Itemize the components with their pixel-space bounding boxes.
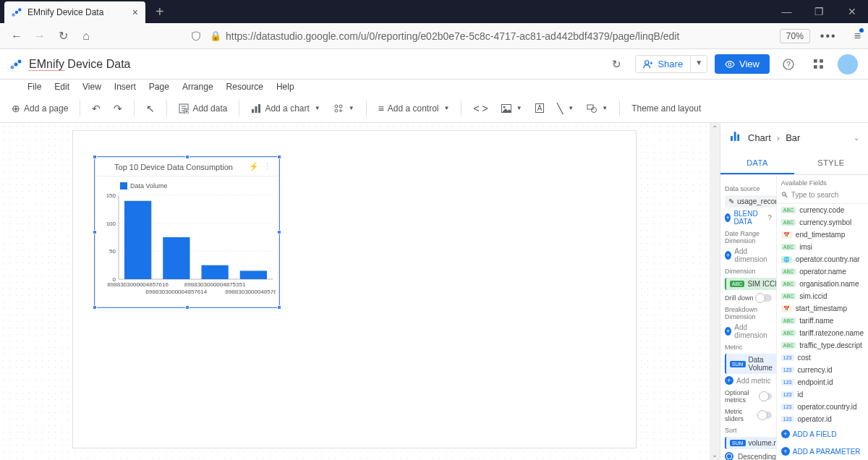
shape-button[interactable]: ▼	[582, 101, 612, 116]
field-row[interactable]: ABCcurrency.code	[777, 204, 868, 216]
field-name: start_timestamp	[796, 304, 847, 312]
menu-help[interactable]: Help	[276, 82, 294, 92]
pencil-icon: ✎	[728, 197, 734, 205]
menu-bar: File Edit View Insert Page Arrange Resou…	[0, 80, 868, 94]
chart-card[interactable]: Top 10 Device Data Consumption ⚡ ⋮ Data …	[95, 157, 279, 307]
back-button[interactable]: ←	[7, 27, 26, 46]
menu-resource[interactable]: Resource	[226, 82, 263, 92]
close-icon[interactable]: ×	[132, 7, 138, 18]
share-dropdown[interactable]: ▼	[691, 55, 707, 73]
field-row[interactable]: 123endpoint.id	[777, 376, 868, 388]
optional-metrics-toggle[interactable]: Optional metrics	[725, 389, 772, 404]
menu-view[interactable]: View	[82, 82, 101, 92]
field-row[interactable]: 123operator.id	[777, 413, 868, 425]
menu-page[interactable]: Page	[149, 82, 169, 92]
svg-rect-17	[255, 106, 258, 113]
home-button[interactable]: ⌂	[77, 27, 95, 46]
menu-file[interactable]: File	[27, 82, 41, 92]
share-button[interactable]: Share	[635, 55, 691, 73]
url-embed-button[interactable]: < >	[469, 100, 492, 117]
menu-edit[interactable]: Edit	[54, 82, 69, 92]
new-tab-button[interactable]: +	[156, 4, 164, 20]
zoom-level[interactable]: 70%	[780, 29, 810, 43]
shield-icon[interactable]	[187, 27, 205, 46]
page-actions-icon[interactable]: •••	[820, 30, 837, 43]
line-button[interactable]: ╲▼	[553, 100, 578, 117]
add-field-link[interactable]: + ADD A FIELD	[777, 427, 868, 441]
field-row[interactable]: 123cost	[777, 352, 868, 364]
svg-rect-38	[201, 265, 228, 279]
add-page-button[interactable]: ⊕ Add a page	[7, 100, 72, 117]
add-date-dimension[interactable]: + Add dimension	[725, 247, 772, 263]
field-row[interactable]: ABCorganisation.name	[777, 278, 868, 290]
field-row[interactable]: ABCoperator.name	[777, 265, 868, 278]
minimize-button[interactable]: —	[770, 0, 803, 23]
field-row[interactable]: ABCimsi	[777, 241, 868, 253]
refresh-data-button[interactable]: ↻	[605, 53, 628, 76]
field-row[interactable]: ABCsim.iccid	[777, 290, 868, 302]
redo-button[interactable]: ↷	[109, 100, 127, 117]
page-title[interactable]: EMnify Device Data	[29, 58, 131, 71]
field-type-badge: ABC	[781, 293, 796, 299]
menu-arrange[interactable]: Arrange	[182, 82, 213, 92]
community-viz-button[interactable]: ▼	[329, 101, 359, 116]
field-row[interactable]: 123operator.country.id	[777, 401, 868, 413]
field-row[interactable]: ABCtariff.ratezone.name	[777, 327, 868, 339]
blend-data-link[interactable]: + BLEND DATA ?	[725, 210, 772, 226]
browser-tab[interactable]: EMnify Device Data ×	[4, 1, 145, 23]
text-button[interactable]: A	[531, 101, 549, 116]
sort-descending[interactable]: Descending	[725, 452, 772, 460]
add-control-button[interactable]: ≡ Add a control ▼	[374, 100, 454, 117]
field-row[interactable]: 123currency.id	[777, 364, 868, 376]
apps-grid-icon[interactable]	[807, 53, 830, 76]
field-type-badge: 🌐	[781, 256, 792, 263]
add-chart-button[interactable]: Add a chart ▼	[247, 101, 324, 116]
lock-icon[interactable]: 🔒	[210, 30, 221, 41]
bolt-icon[interactable]: ⚡	[249, 162, 259, 171]
tab-style[interactable]: STYLE	[794, 153, 868, 174]
dimension-chip[interactable]: ABC SIM ICCID	[725, 278, 777, 290]
field-row[interactable]: 123id	[777, 388, 868, 401]
add-metric[interactable]: + Add metric	[725, 376, 772, 385]
theme-layout-button[interactable]: Theme and layout	[627, 101, 705, 116]
drill-down-toggle[interactable]: Drill down	[725, 294, 772, 302]
sort-chip[interactable]: SUM volume.rx	[725, 437, 777, 449]
svg-rect-45	[734, 132, 736, 141]
canvas-scrollbar[interactable]: ⌃ ⌄	[710, 123, 720, 460]
field-row[interactable]: ABCtariff.name	[777, 315, 868, 327]
tab-title: EMnify Device Data	[27, 7, 132, 17]
field-row[interactable]: 📅end_timestamp	[777, 229, 868, 241]
url-display[interactable]: https://datastudio.google.com/u/0/report…	[226, 30, 679, 43]
tab-data[interactable]: DATA	[720, 153, 794, 174]
menu-insert[interactable]: Insert	[114, 82, 136, 92]
svg-point-0	[12, 13, 14, 16]
more-icon[interactable]: ⋮	[263, 162, 271, 171]
metric-sliders-toggle[interactable]: Metric sliders	[725, 408, 772, 422]
field-row[interactable]: 🌐operator.country.nar	[777, 253, 868, 265]
data-source-chip[interactable]: ✎ usage_records	[725, 195, 777, 208]
field-row[interactable]: 📅start_timestamp	[777, 302, 868, 315]
field-name: operator.name	[799, 268, 846, 276]
metric-chip[interactable]: SUM Data Volume	[725, 354, 777, 374]
field-row[interactable]: ABCcurrency.symbol	[777, 216, 868, 229]
canvas[interactable]: Top 10 Device Data Consumption ⚡ ⋮ Data …	[0, 123, 710, 460]
svg-point-4	[14, 62, 18, 66]
fields-search[interactable]: 🔍︎ Type to search	[777, 187, 868, 204]
field-row[interactable]: ABCtraffic_type.descript	[777, 339, 868, 352]
app-menu-button[interactable]: ≡	[854, 30, 861, 43]
avatar[interactable]	[838, 54, 858, 74]
field-name: id	[798, 391, 804, 399]
add-data-button[interactable]: Add data	[174, 101, 231, 116]
chevron-down-icon[interactable]: ⌄	[854, 134, 859, 142]
close-button[interactable]: ✕	[835, 0, 868, 23]
datastudio-favicon-icon	[12, 7, 22, 17]
add-parameter-link[interactable]: + ADD A PARAMETER	[777, 444, 868, 459]
help-button[interactable]: ?	[777, 53, 800, 76]
reload-button[interactable]: ↻	[54, 27, 72, 46]
undo-button[interactable]: ↶	[88, 100, 105, 117]
maximize-button[interactable]: ❐	[803, 0, 835, 23]
view-button[interactable]: View	[715, 54, 770, 74]
image-button[interactable]: ▼	[497, 101, 527, 116]
add-breakdown-dimension[interactable]: + Add dimension	[725, 323, 772, 339]
select-tool[interactable]: ↖	[142, 100, 159, 117]
